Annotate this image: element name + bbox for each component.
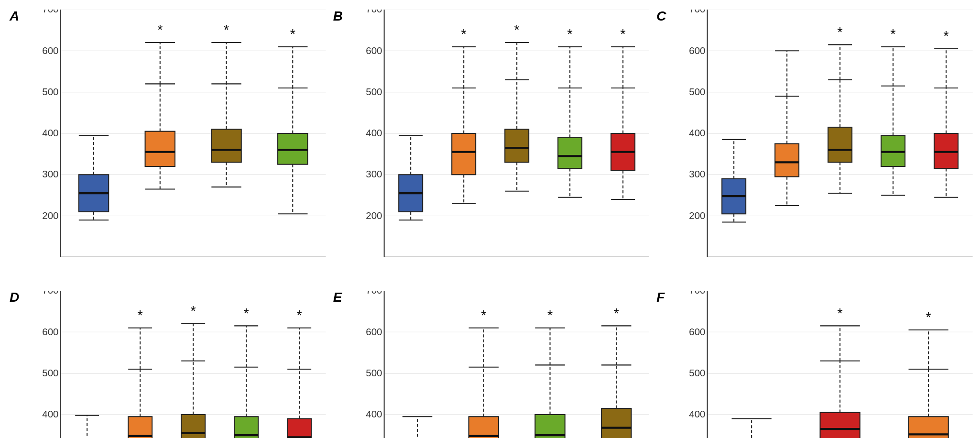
svg-rect-245 bbox=[287, 418, 311, 438]
panel-C: C200300400500600700Normal(n=114)Stage1(n… bbox=[652, 5, 975, 286]
svg-text:400: 400 bbox=[689, 127, 706, 138]
svg-rect-278 bbox=[468, 416, 498, 438]
svg-rect-300 bbox=[601, 408, 631, 438]
svg-text:*: * bbox=[944, 28, 949, 44]
svg-rect-37 bbox=[211, 129, 241, 162]
panel-F: F200300400500600700Normal(n=114)*TP53-Mu… bbox=[652, 286, 975, 438]
svg-text:*: * bbox=[620, 26, 625, 42]
svg-text:*: * bbox=[461, 26, 466, 42]
svg-text:*: * bbox=[547, 307, 553, 323]
panel-label-D: D bbox=[10, 290, 19, 305]
svg-text:500: 500 bbox=[366, 86, 382, 97]
svg-text:*: * bbox=[891, 26, 896, 42]
svg-text:*: * bbox=[481, 307, 486, 323]
panel-B: B200300400500600700Normal(n=114)*21-40Yr… bbox=[328, 5, 652, 286]
svg-rect-223 bbox=[181, 415, 205, 438]
svg-text:*: * bbox=[514, 22, 519, 37]
svg-text:500: 500 bbox=[42, 86, 58, 97]
chart-svg-B: 200300400500600700Normal(n=114)*21-40Yrs… bbox=[355, 10, 650, 257]
svg-text:600: 600 bbox=[689, 44, 706, 55]
svg-text:300: 300 bbox=[42, 168, 58, 179]
svg-text:400: 400 bbox=[366, 127, 382, 138]
panel-E: E200300400500600700Normal(n=114)*Luminal… bbox=[328, 286, 652, 438]
svg-text:500: 500 bbox=[689, 86, 706, 97]
svg-text:400: 400 bbox=[42, 127, 58, 138]
panel-label-C: C bbox=[656, 9, 666, 24]
svg-text:*: * bbox=[567, 26, 572, 42]
svg-rect-333 bbox=[820, 413, 860, 438]
svg-text:700: 700 bbox=[42, 10, 58, 14]
svg-text:400: 400 bbox=[366, 408, 382, 419]
svg-text:*: * bbox=[244, 306, 249, 321]
svg-rect-157 bbox=[828, 127, 852, 162]
svg-text:300: 300 bbox=[366, 168, 382, 179]
svg-text:*: * bbox=[838, 24, 843, 40]
svg-text:*: * bbox=[138, 307, 143, 323]
panel-label-F: F bbox=[656, 290, 664, 305]
svg-text:*: * bbox=[224, 22, 229, 37]
svg-text:300: 300 bbox=[689, 168, 706, 179]
svg-text:600: 600 bbox=[42, 44, 58, 55]
svg-text:400: 400 bbox=[42, 408, 58, 419]
svg-text:500: 500 bbox=[366, 367, 382, 378]
svg-text:700: 700 bbox=[42, 291, 58, 296]
svg-text:*: * bbox=[191, 303, 196, 318]
panel-A: A200300400500600700Normal(n=114)*Caucasi… bbox=[5, 5, 328, 286]
chart-svg-E: 200300400500600700Normal(n=114)*Luminal(… bbox=[355, 291, 650, 438]
svg-rect-103 bbox=[558, 138, 582, 169]
svg-text:200: 200 bbox=[42, 210, 58, 221]
svg-text:700: 700 bbox=[689, 10, 706, 14]
svg-rect-81 bbox=[452, 133, 476, 175]
svg-rect-26 bbox=[145, 131, 175, 166]
svg-text:700: 700 bbox=[689, 291, 706, 296]
svg-rect-168 bbox=[882, 135, 905, 166]
svg-text:600: 600 bbox=[366, 44, 382, 55]
svg-text:200: 200 bbox=[689, 210, 706, 221]
svg-text:700: 700 bbox=[366, 10, 382, 14]
svg-text:600: 600 bbox=[42, 326, 58, 337]
panel-label-E: E bbox=[333, 290, 342, 305]
svg-text:*: * bbox=[613, 306, 619, 321]
panel-D: D200300400500600700Normal(n=114)*N0(n=51… bbox=[5, 286, 328, 438]
svg-text:*: * bbox=[926, 309, 931, 325]
svg-text:*: * bbox=[157, 22, 163, 37]
svg-text:200: 200 bbox=[366, 210, 382, 221]
svg-text:400: 400 bbox=[689, 408, 706, 419]
svg-text:600: 600 bbox=[689, 326, 706, 337]
chart-svg-F: 200300400500600700Normal(n=114)*TP53-Mut… bbox=[678, 291, 973, 438]
svg-text:500: 500 bbox=[689, 367, 706, 378]
svg-rect-179 bbox=[935, 133, 958, 168]
svg-text:500: 500 bbox=[42, 367, 58, 378]
svg-text:700: 700 bbox=[366, 291, 382, 296]
svg-rect-48 bbox=[278, 133, 307, 164]
chart-svg-A: 200300400500600700Normal(n=114)*Caucasia… bbox=[31, 10, 326, 257]
main-container: A200300400500600700Normal(n=114)*Caucasi… bbox=[0, 0, 980, 438]
chart-svg-D: 200300400500600700Normal(n=114)*N0(n=516… bbox=[31, 291, 326, 438]
svg-text:*: * bbox=[290, 26, 295, 42]
svg-text:*: * bbox=[838, 306, 843, 321]
svg-rect-147 bbox=[775, 144, 799, 177]
svg-rect-212 bbox=[128, 416, 152, 438]
panel-label-B: B bbox=[333, 9, 343, 24]
svg-rect-92 bbox=[505, 129, 529, 162]
chart-svg-C: 200300400500600700Normal(n=114)Stage1(n=… bbox=[678, 10, 973, 257]
panel-label-A: A bbox=[10, 9, 19, 24]
svg-text:*: * bbox=[297, 307, 302, 323]
svg-text:600: 600 bbox=[366, 326, 382, 337]
